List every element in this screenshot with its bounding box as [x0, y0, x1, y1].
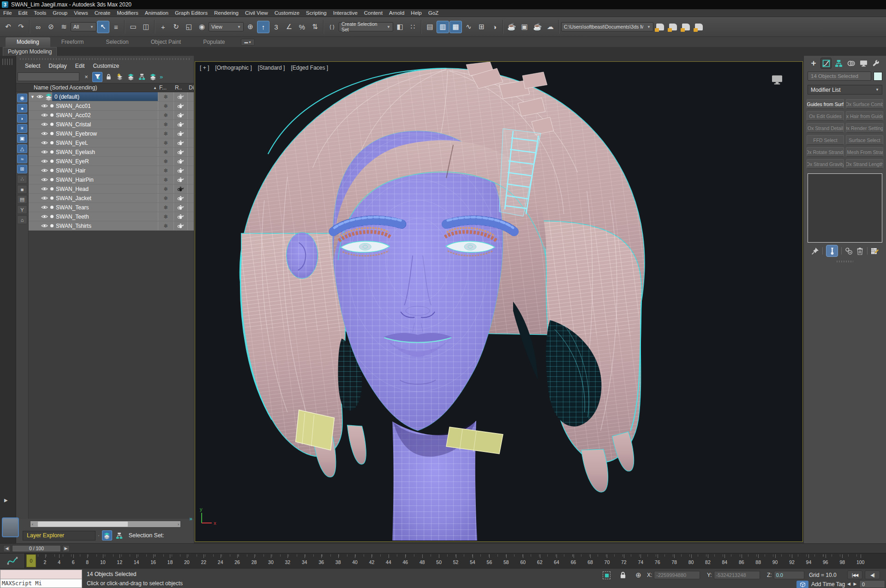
layer-object-row[interactable]: SWAN_Teeth ❄	[29, 212, 194, 221]
selection-dot-icon[interactable]	[50, 141, 54, 144]
renderable-toggle[interactable]	[174, 203, 187, 212]
edit-named-selection-sets-icon[interactable]: { }	[326, 21, 338, 33]
layer-row-default[interactable]: ▼ 0 (default) ❄	[29, 92, 194, 101]
display-cell[interactable]	[187, 157, 194, 166]
frozen-toggle[interactable]: ❄	[158, 101, 174, 110]
ox-button[interactable]: Ox Guides from Surface	[807, 99, 844, 109]
use-pivot-center-icon[interactable]: ⊕	[244, 21, 257, 33]
object-name[interactable]: SWAN_Tshirts	[56, 223, 91, 229]
selection-dot-icon[interactable]	[50, 160, 54, 163]
display-cell[interactable]	[187, 92, 194, 101]
go-to-start-button[interactable]: |◀◀	[847, 570, 862, 579]
render-setup-icon[interactable]: ☕	[505, 21, 518, 33]
display-cell[interactable]	[187, 175, 194, 184]
visibility-eye-icon[interactable]	[41, 205, 48, 210]
layer-object-row[interactable]: SWAN_Cristal ❄	[29, 120, 194, 129]
display-all-icon[interactable]: ◉	[17, 94, 27, 102]
frozen-toggle[interactable]: ❄	[158, 184, 174, 193]
object-name[interactable]: SWAN_Acc02	[56, 112, 91, 119]
layer-object-row[interactable]: SWAN_Head ❄	[29, 184, 194, 194]
display-cell[interactable]	[187, 111, 194, 119]
ox-button[interactable]: FFD Select	[807, 135, 844, 145]
object-name[interactable]: SWAN_Eyebrow	[56, 131, 97, 137]
selection-dot-icon[interactable]	[50, 123, 54, 126]
frozen-toggle[interactable]: ❄	[158, 221, 174, 230]
renderable-toggle[interactable]	[174, 184, 187, 193]
create-new-layer-icon[interactable]	[114, 72, 125, 82]
expand-panel-arrow-icon[interactable]: ▶	[4, 498, 8, 503]
object-name[interactable]: SWAN_Jacket	[56, 195, 91, 202]
display-cell[interactable]	[187, 120, 194, 129]
object-name[interactable]: SWAN_Tears	[56, 204, 89, 211]
layer-object-row[interactable]: SWAN_Tshirts ❄	[29, 221, 194, 231]
menu-item[interactable]: Modifiers	[114, 10, 142, 16]
render-in-cloud-icon[interactable]: ☁	[544, 21, 557, 33]
object-name-field[interactable]: 14 Objects Selected	[808, 71, 871, 81]
menu-item[interactable]: GoZ	[425, 10, 442, 16]
menu-item[interactable]: Animation	[142, 10, 172, 16]
display-frozen-icon[interactable]: ⌂	[17, 215, 27, 224]
frozen-toggle[interactable]: ❄	[158, 120, 174, 129]
redo-icon[interactable]: ↷	[15, 21, 27, 33]
renderable-toggle[interactable]	[174, 129, 187, 138]
track-bar[interactable]: 0246810121416182022242628303234363840424…	[0, 553, 886, 568]
ribbon-tab-freeform[interactable]: Freeform	[50, 37, 95, 47]
layer-object-row[interactable]: SWAN_EyeL ❄	[29, 138, 194, 148]
spinner-snap-icon[interactable]: ⇅	[309, 21, 321, 33]
current-frame-field[interactable]: 0	[859, 580, 885, 588]
toggle-layer-explorer-icon[interactable]: ▥	[437, 21, 449, 33]
horizontal-scrollbar[interactable]: ‹ ›	[30, 521, 181, 528]
display-containers-icon[interactable]: ▤	[17, 195, 27, 204]
ribbon-minimize-button[interactable]: ▬ ▾	[241, 39, 255, 46]
isolate-selection-cube-icon[interactable]	[796, 581, 808, 588]
visibility-eye-icon[interactable]	[41, 223, 48, 228]
scroll-left-arrow-icon[interactable]: ‹	[32, 522, 33, 527]
next-frame-arrow-icon[interactable]: ▶	[62, 545, 70, 552]
create-tab-icon[interactable]: +	[808, 58, 819, 69]
frame-spinner-arrows-icon[interactable]: ◀ ▶	[847, 582, 857, 586]
mini-curve-editor-icon[interactable]	[0, 553, 25, 568]
selection-dot-icon[interactable]	[50, 224, 54, 227]
display-lights-icon[interactable]: ☀	[17, 124, 27, 133]
display-shapes-icon[interactable]: ◗	[17, 114, 27, 123]
snaps-toggle-icon[interactable]: 3	[270, 21, 282, 33]
menu-item[interactable]: Help	[407, 10, 425, 16]
object-color-swatch[interactable]	[874, 72, 882, 81]
select-rotate-icon[interactable]: ↻	[170, 21, 182, 33]
menu-item[interactable]: Group	[49, 10, 71, 16]
project-folder-field[interactable]: C:\Users\softbeast\Documents\3ds Max 202…	[561, 22, 653, 31]
modify-tab-icon[interactable]	[820, 58, 832, 69]
time-slider-field[interactable]: 0 / 100	[12, 545, 61, 552]
display-xrefs-icon[interactable]: ∴	[17, 175, 27, 184]
previous-frame-arrow-icon[interactable]: ◀	[3, 545, 11, 552]
visibility-eye-icon[interactable]	[41, 186, 48, 191]
maxscript-mini-listener[interactable]: MAXScript Mi	[0, 570, 82, 588]
menu-item[interactable]: File	[0, 10, 15, 16]
display-cell[interactable]	[187, 212, 194, 221]
select-object-icon[interactable]: ↖	[97, 21, 109, 33]
layer-object-row[interactable]: SWAN_Eyelash ❄	[29, 148, 194, 157]
selection-lock-icon[interactable]	[619, 571, 627, 579]
selection-dot-icon[interactable]	[50, 113, 54, 117]
panel-drag-grip[interactable]	[20, 57, 190, 61]
remove-modifier-icon[interactable]	[856, 247, 864, 255]
angle-snap-icon[interactable]: ∠	[283, 21, 295, 33]
schematic-view-icon[interactable]: ⊞	[475, 21, 488, 33]
selection-dot-icon[interactable]	[50, 169, 54, 172]
menu-item[interactable]: Graph Editors	[172, 10, 211, 16]
layer-object-row[interactable]: SWAN_Eyebrow ❄	[29, 129, 194, 138]
menu-item[interactable]: Tools	[30, 10, 49, 16]
named-selection-sets-dropdown[interactable]: Create Selection Set▼	[339, 22, 393, 31]
menu-item[interactable]: Customize	[271, 10, 303, 16]
object-name[interactable]: SWAN_Eyelash	[56, 149, 95, 155]
object-name[interactable]: SWAN_Acc01	[56, 103, 91, 109]
ox-button[interactable]: Ox Strand Detail	[807, 123, 844, 133]
visibility-eye-icon[interactable]	[36, 94, 43, 99]
renderable-toggle[interactable]	[174, 148, 187, 156]
object-name[interactable]: SWAN_Hair	[56, 167, 85, 174]
name-column-header[interactable]: Name (Sorted Ascending)	[34, 84, 97, 91]
display-tab-icon[interactable]	[858, 58, 869, 69]
bind-spacewarp-icon[interactable]: ≋	[58, 21, 70, 33]
display-cell[interactable]	[187, 148, 194, 156]
menu-item[interactable]: Views	[71, 10, 91, 16]
